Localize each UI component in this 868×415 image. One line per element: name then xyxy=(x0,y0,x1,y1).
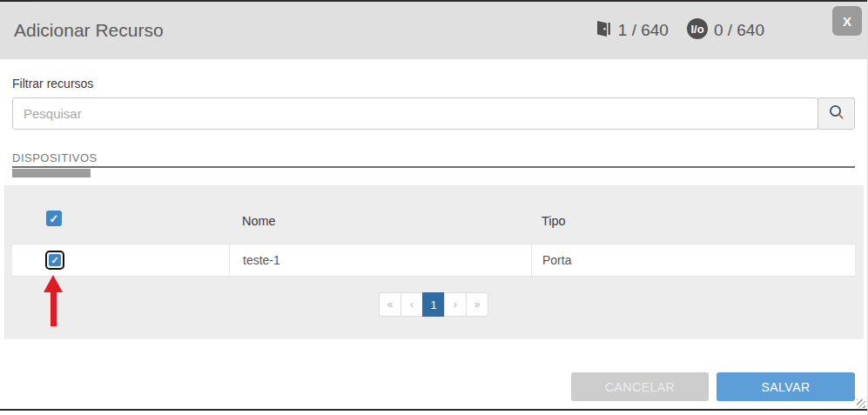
search-icon xyxy=(828,104,845,124)
search-button[interactable] xyxy=(818,97,855,130)
tab-dispositivos[interactable]: DISPOSITIVOS xyxy=(12,151,98,164)
door-icon xyxy=(595,18,613,44)
column-header-nome: Nome xyxy=(242,214,276,228)
add-resource-modal: Adicionar Recurso 1 / 640 I/o xyxy=(0,0,868,415)
pagination: « ‹ 1 › » xyxy=(379,292,488,317)
horizontal-scrollbar-thumb[interactable] xyxy=(12,169,91,177)
cancel-button[interactable]: CANCELAR xyxy=(571,372,709,401)
column-header-tipo: Tipo xyxy=(542,214,566,228)
door-counter-value: 1 / 640 xyxy=(618,21,669,40)
pagination-page-1-button[interactable]: 1 xyxy=(422,292,445,317)
check-icon: ✓ xyxy=(50,255,58,266)
row-nome-cell: teste-1 xyxy=(229,244,531,276)
red-arrow-stem xyxy=(50,287,57,326)
save-button[interactable]: SALVAR xyxy=(717,372,855,401)
pagination-next-button[interactable]: › xyxy=(444,292,467,317)
svg-text:I/o: I/o xyxy=(690,22,703,35)
check-icon: ✓ xyxy=(50,212,59,225)
io-counter: I/o 0 / 640 xyxy=(686,17,764,44)
row-checkbox[interactable]: ✓ xyxy=(45,251,64,270)
devices-table: ✓ Nome Tipo ✓ teste-1 Porta « ‹ 1 › » xyxy=(4,185,864,339)
window-bottom-edge xyxy=(0,409,867,411)
close-button[interactable]: X xyxy=(832,6,862,36)
io-icon: I/o xyxy=(686,17,709,44)
tab-underline xyxy=(12,166,855,168)
table-row[interactable]: ✓ teste-1 Porta xyxy=(12,244,855,277)
row-checkbox-inner: ✓ xyxy=(49,254,61,266)
row-checkbox-cell: ✓ xyxy=(12,244,229,276)
pagination-prev-button[interactable]: ‹ xyxy=(400,292,423,317)
pagination-first-button[interactable]: « xyxy=(379,292,401,317)
search-input[interactable] xyxy=(12,97,818,130)
resize-handle[interactable] xyxy=(857,399,865,408)
row-tipo-cell: Porta xyxy=(531,244,855,276)
filter-label: Filtrar recursos xyxy=(12,77,93,90)
pagination-last-button[interactable]: » xyxy=(466,292,488,317)
resource-counters: 1 / 640 I/o 0 / 640 xyxy=(595,2,764,59)
close-icon: X xyxy=(843,14,851,29)
page-title: Adicionar Recurso xyxy=(14,20,164,41)
io-counter-value: 0 / 640 xyxy=(714,21,764,40)
modal-header: Adicionar Recurso 1 / 640 I/o xyxy=(0,2,867,59)
door-counter: 1 / 640 xyxy=(595,18,669,44)
select-all-checkbox[interactable]: ✓ xyxy=(46,211,62,226)
